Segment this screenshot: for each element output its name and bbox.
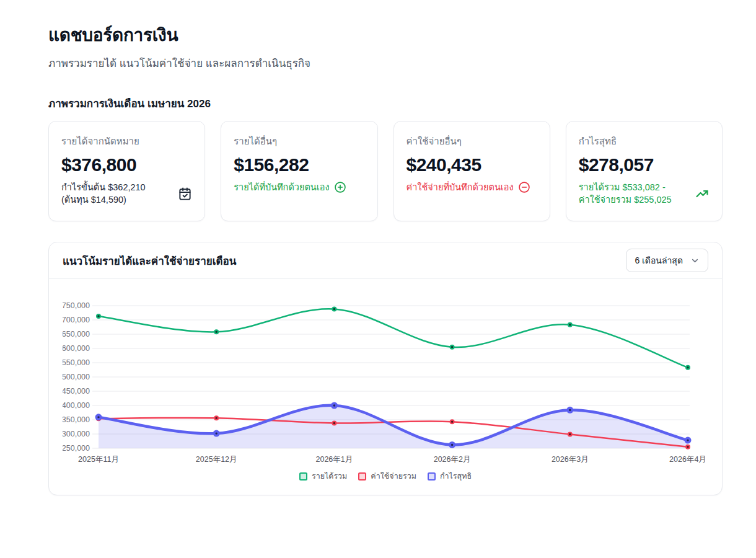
card-value: $156,282 (234, 154, 364, 175)
legend-swatch (299, 472, 307, 480)
svg-text:550,000: 550,000 (63, 358, 90, 367)
svg-text:2026年2月: 2026年2月 (434, 455, 471, 464)
card-label: ค่าใช้จ่ายอื่นๆ (407, 134, 537, 149)
svg-text:350,000: 350,000 (63, 415, 90, 424)
card-value: $376,800 (61, 154, 192, 175)
chevron-down-icon (690, 256, 700, 265)
svg-text:2026年3月: 2026年3月 (552, 455, 589, 464)
svg-text:750,000: 750,000 (63, 301, 90, 310)
svg-text:650,000: 650,000 (63, 330, 90, 339)
legend-swatch (428, 472, 436, 480)
svg-text:600,000: 600,000 (63, 344, 90, 353)
page-subtitle: ภาพรวมรายได้ แนวโน้มค่าใช้จ่าย และผลการด… (48, 55, 723, 71)
svg-text:700,000: 700,000 (63, 316, 90, 324)
svg-text:2025年12月: 2025年12月 (196, 455, 237, 464)
svg-text:300,000: 300,000 (63, 430, 90, 438)
svg-text:450,000: 450,000 (63, 387, 90, 396)
chart-legend: รายได้รวมค่าใช้จ่ายรวมกำไรสุทธิ (63, 467, 708, 495)
legend-item[interactable]: กำไรสุทธิ (428, 470, 472, 482)
monthly-overview-heading: ภาพรวมการเงินเดือน เมษายน 2026 (48, 95, 723, 112)
manual-expense-link[interactable]: ค่าใช้จ่ายที่บันทึกด้วยตนเอง (407, 181, 514, 193)
legend-label: ค่าใช้จ่ายรวม (371, 470, 416, 482)
stat-cards-row: รายได้จากนัดหมาย $376,800 กำไรขั้นต้น $3… (48, 121, 723, 221)
card-subtext: กำไรขั้นต้น $362,210 (ต้นทุน $14,590) (61, 181, 154, 206)
card-label: กำไรสุทธิ (579, 134, 710, 149)
line-chart-canvas[interactable]: 750,000700,000650,000600,000550,000500,0… (63, 284, 708, 467)
card-net-profit: กำไรสุทธิ $278,057 รายได้รวม $533,082 - … (566, 121, 723, 221)
plus-circle-icon[interactable] (334, 181, 346, 193)
svg-text:250,000: 250,000 (63, 444, 90, 453)
svg-text:500,000: 500,000 (63, 373, 90, 381)
svg-text:2025年11月: 2025年11月 (78, 455, 119, 464)
page-title: แดชบอร์ดการเงิน (48, 21, 723, 48)
card-value: $240,435 (407, 154, 537, 175)
svg-text:2026年1月: 2026年1月 (316, 455, 353, 464)
card-value: $278,057 (579, 154, 710, 175)
date-range-value: 6 เดือนล่าสุด (635, 254, 683, 267)
chart-body: 750,000700,000650,000600,000550,000500,0… (49, 279, 722, 495)
dashboard-page: แดชบอร์ดการเงิน ภาพรวมรายได้ แนวโน้มค่าใ… (48, 0, 723, 495)
card-label: รายได้อื่นๆ (234, 134, 364, 149)
legend-item[interactable]: ค่าใช้จ่ายรวม (358, 470, 416, 482)
card-appointment-revenue: รายได้จากนัดหมาย $376,800 กำไรขั้นต้น $3… (48, 121, 205, 221)
legend-label: กำไรสุทธิ (440, 470, 472, 482)
card-label: รายได้จากนัดหมาย (61, 134, 192, 149)
manual-income-link[interactable]: รายได้ที่บันทึกด้วยตนเอง (234, 181, 329, 193)
chart-title: แนวโน้มรายได้และค่าใช้จ่ายรายเดือน (63, 252, 236, 269)
trending-up-icon (695, 186, 710, 201)
trend-chart-card: แนวโน้มรายได้และค่าใช้จ่ายรายเดือน 6 เดื… (48, 242, 723, 495)
legend-swatch (358, 472, 366, 480)
legend-item[interactable]: รายได้รวม (299, 470, 347, 482)
card-subtext: รายได้รวม $533,082 - ค่าใช้จ่ายรวม $255,… (579, 181, 672, 206)
legend-label: รายได้รวม (312, 470, 347, 482)
date-range-select[interactable]: 6 เดือนล่าสุด (626, 249, 708, 272)
svg-text:2026年4月: 2026年4月 (669, 455, 706, 464)
card-other-expenses: ค่าใช้จ่ายอื่นๆ $240,435 ค่าใช้จ่ายที่บั… (393, 121, 550, 221)
card-other-income: รายได้อื่นๆ $156,282 รายได้ที่บันทึกด้วย… (221, 121, 377, 221)
calendar-check-icon (178, 187, 192, 201)
minus-circle-icon[interactable] (518, 181, 530, 193)
svg-text:400,000: 400,000 (63, 401, 90, 410)
chart-header: แนวโน้มรายได้และค่าใช้จ่ายรายเดือน 6 เดื… (49, 242, 722, 279)
